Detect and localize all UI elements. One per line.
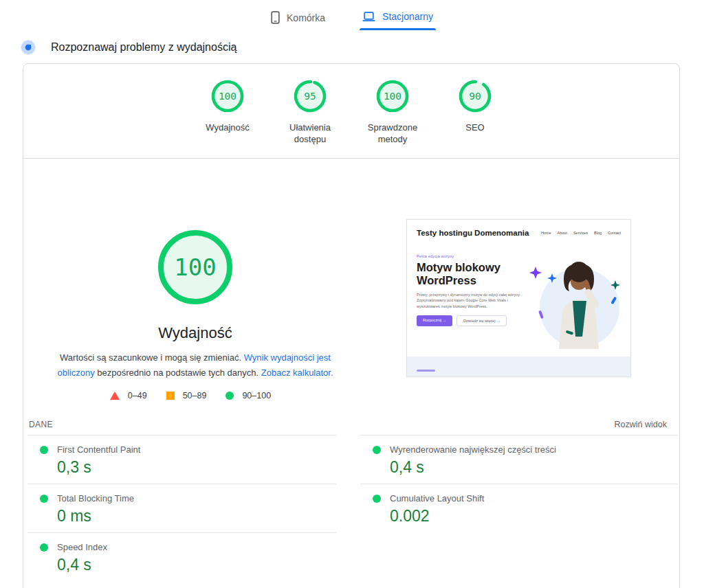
see-calculator-link[interactable]: Zobacz kalkulator. — [261, 368, 333, 378]
metric-cls: Cumulative Layout Shift 0.002 — [360, 484, 678, 532]
legend-pass: 90–100 — [226, 391, 271, 400]
legend-average: 50–89 — [166, 391, 207, 400]
data-section-title: DANE — [29, 420, 53, 429]
gauge-seo: 90 — [457, 78, 493, 114]
thumb-heading: Motyw blokowy WordPress — [417, 261, 506, 287]
thumb-primary-button: Rozpocznij → — [417, 315, 452, 326]
metric-speed-index: Speed Index 0,4 s — [28, 532, 336, 581]
device-tabbar: Komórka Stacjonarny — [0, 7, 704, 32]
metric-tbt: Total Blocking Time 0 ms — [28, 484, 336, 532]
pass-circle-icon — [373, 495, 381, 503]
tab-desktop[interactable]: Stacjonarny — [360, 7, 436, 32]
category-label: SEO — [465, 122, 484, 133]
fail-triangle-icon — [110, 392, 120, 400]
gauge-accessibility: 95 — [292, 78, 328, 114]
report-card: 100 Wydajność 95 Ułatwienia dostępu 100 — [23, 63, 680, 588]
category-seo[interactable]: 90 SEO — [434, 78, 516, 158]
pagespeed-insights-icon — [21, 40, 36, 55]
score-disclaimer: Wartości są szacunkowe i mogą się zmieni… — [45, 350, 345, 381]
performance-summary: 100 Wydajność Wartości są szacunkowe i m… — [23, 159, 679, 414]
gauge-best-practices: 100 — [375, 78, 410, 114]
thumb-footer-link-smudge — [417, 370, 435, 372]
metrics-grid: First Contentful Paint 0,3 s Total Block… — [23, 435, 679, 581]
category-label: Wydajność — [206, 122, 249, 133]
gauge-performance: 100 — [210, 78, 245, 114]
category-performance[interactable]: 100 Wydajność — [186, 78, 269, 158]
category-label: Sprawdzone metody — [357, 122, 428, 145]
thumb-site-brand: Testy hostingu Domenomania — [417, 229, 529, 237]
performance-score-gauge: 100 — [155, 227, 235, 307]
tab-mobile-underline — [268, 30, 328, 32]
legend-fail: 0–49 — [110, 391, 147, 400]
tab-mobile-label: Komórka — [287, 12, 325, 23]
phone-icon — [271, 11, 280, 24]
performance-score-label: Wydajność — [158, 324, 232, 342]
data-section-header: DANE Rozwiń widok — [23, 414, 679, 435]
thumb-footer-band — [407, 357, 630, 376]
tab-desktop-label: Stacjonarny — [382, 11, 433, 22]
tab-desktop-underline — [360, 28, 436, 30]
pass-circle-icon — [373, 446, 381, 454]
thumb-secondary-button: Dowiedz się więcej → — [456, 315, 507, 326]
desktop-icon — [362, 12, 375, 22]
category-best-practices[interactable]: 100 Sprawdzone metody — [351, 78, 434, 158]
average-square-icon — [166, 392, 175, 400]
score-legend: 0–49 50–89 90–100 — [110, 391, 280, 400]
tab-mobile[interactable]: Komórka — [268, 7, 328, 32]
metric-lcp: Wyrenderowanie największej części treści… — [360, 435, 678, 484]
category-gauges-row: 100 Wydajność 95 Ułatwienia dostępu 100 — [23, 64, 679, 159]
pass-circle-icon — [226, 392, 234, 400]
pass-circle-icon — [40, 543, 48, 552]
expand-view-button[interactable]: Rozwiń widok — [615, 420, 667, 429]
performance-score-value: 100 — [155, 227, 235, 307]
thumb-paragraph: Prosty, przejrzysty i dynamiczny motyw d… — [417, 292, 523, 310]
section-header: Rozpoznawaj problemy z wydajnością — [21, 40, 236, 55]
pass-circle-icon — [40, 446, 48, 454]
category-accessibility[interactable]: 95 Ułatwienia dostępu — [269, 78, 351, 158]
page-screenshot-thumbnail: Testy hostingu Domenomania Home About Se… — [406, 219, 631, 377]
pass-circle-icon — [40, 495, 48, 503]
thumb-site-nav: Home About Services Blog Contact — [541, 231, 621, 235]
category-label: Ułatwienia dostępu — [274, 122, 346, 145]
page-title: Rozpoznawaj problemy z wydajnością — [51, 41, 236, 54]
metric-fcp: First Contentful Paint 0,3 s — [28, 435, 336, 484]
thumb-hero-illustration — [526, 240, 624, 352]
